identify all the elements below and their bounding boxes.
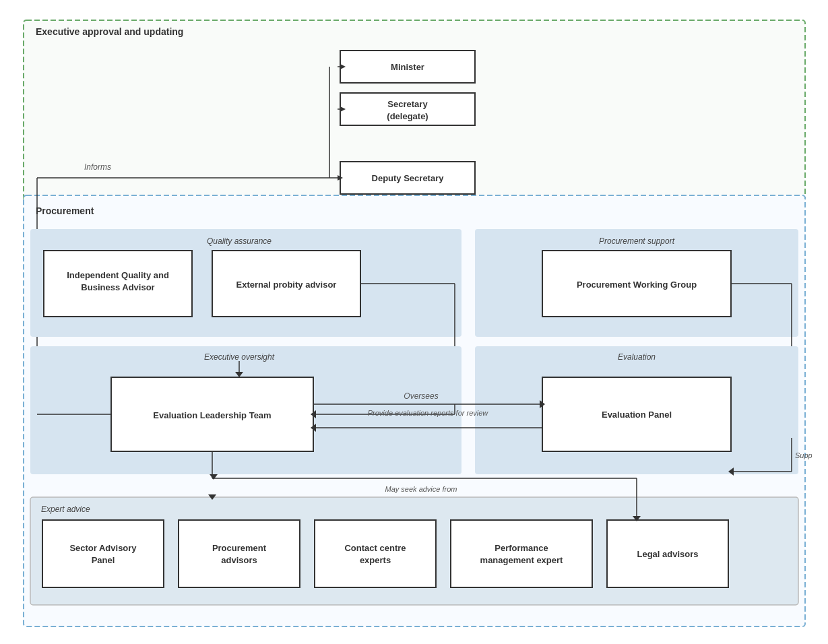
oversees-label: Oversees — [404, 391, 438, 401]
deputy-secretary-text: Deputy Secretary — [371, 173, 444, 183]
proc-support-label: Procurement support — [598, 236, 674, 246]
sector-advisory-line2: Panel — [91, 555, 115, 565]
contact-centre-box — [315, 520, 436, 587]
proc-advisors-line2: advisors — [221, 555, 257, 565]
sector-advisory-box — [42, 520, 164, 587]
informs-label: Informs — [84, 162, 111, 172]
perf-mgmt-line2: management expert — [480, 555, 563, 565]
secretary-line2: (delegate) — [387, 111, 428, 121]
provide-eval-label: Provide evaluation reports for review — [367, 409, 488, 417]
expert-advice-label: Expert advice — [41, 505, 90, 514]
minister-text: Minister — [391, 62, 424, 72]
iq-advisor-line2: Business Advisor — [81, 282, 154, 292]
eval-panel-text: Evaluation Panel — [601, 410, 671, 420]
exec-approval-label: Executive approval and updating — [36, 26, 183, 37]
procurement-label: Procurement — [36, 205, 94, 216]
qa-label: Quality assurance — [206, 236, 271, 246]
proc-advisors-line1: Procurement — [212, 543, 266, 553]
iq-advisor-line1: Independent Quality and — [67, 270, 169, 280]
contact-centre-line1: Contact centre — [344, 543, 406, 553]
supports-label: Supports — [795, 451, 812, 459]
proc-advisors-box — [179, 520, 300, 587]
contact-centre-line2: experts — [359, 555, 390, 565]
ext-probity-text: External probity advisor — [236, 280, 336, 290]
perf-mgmt-box — [451, 520, 592, 587]
perf-mgmt-line1: Performance — [495, 543, 548, 553]
may-seek-label: May seek advice from — [385, 485, 457, 493]
diagram-container: Executive approval and updating Procurem… — [17, 13, 812, 635]
legal-advisors-text: Legal advisors — [637, 549, 698, 559]
org-chart-svg: Executive approval and updating Procurem… — [17, 13, 812, 633]
sector-advisory-line1: Sector Advisory — [69, 543, 137, 553]
proc-wg-text: Procurement Working Group — [576, 280, 696, 290]
eval-label: Evaluation — [617, 352, 655, 362]
secretary-line1: Secretary — [387, 99, 428, 109]
exec-oversight-label: Executive oversight — [203, 352, 274, 362]
elt-line1: Evaluation Leadership Team — [153, 410, 271, 420]
